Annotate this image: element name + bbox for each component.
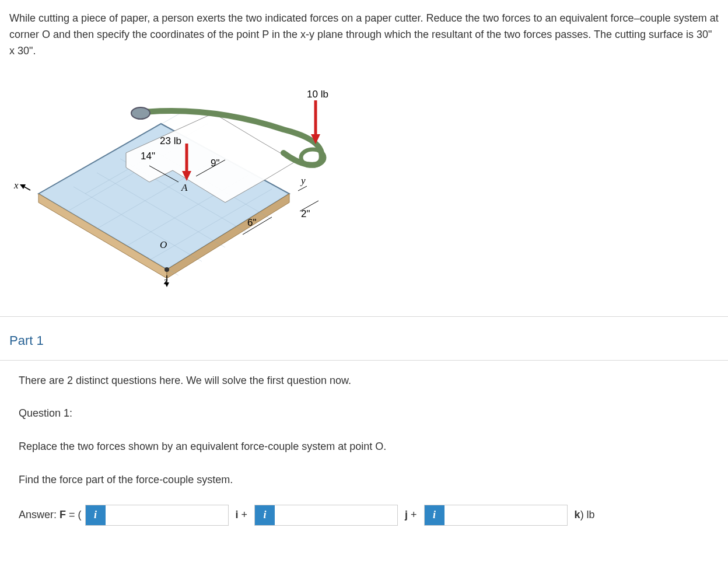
input-group-k: i — [424, 505, 568, 526]
paper-cutter-figure: 10 lb 23 lb 14" 9" 6" 2" x y z A O — [9, 77, 348, 287]
part-1-intro: There are 2 distinct questions here. We … — [19, 372, 709, 389]
figure-area: 10 lb 23 lb 14" 9" 6" 2" x y z A O — [0, 65, 728, 305]
part-1-body: There are 2 distinct questions here. We … — [0, 360, 728, 543]
dim-2: 2" — [301, 208, 310, 220]
problem-statement: While cutting a piece of paper, a person… — [0, 0, 728, 65]
axis-x-label: x — [14, 180, 19, 191]
point-o-label: O — [160, 239, 167, 251]
force-label-10lb: 10 lb — [307, 89, 328, 100]
info-icon[interactable]: i — [255, 505, 275, 525]
svg-point-16 — [131, 107, 150, 119]
part-1-heading: Part 1 — [0, 317, 728, 360]
answer-row: Answer: F = ( i i + i j + i k) lb — [19, 505, 709, 526]
separator-j: j + — [401, 506, 421, 523]
dim-9: 9" — [211, 158, 220, 169]
force-j-input[interactable] — [275, 505, 397, 525]
point-a-label: A — [181, 182, 187, 194]
info-icon[interactable]: i — [86, 505, 106, 525]
svg-point-17 — [164, 267, 169, 272]
input-group-j: i — [254, 505, 398, 526]
separator-i: i + — [232, 506, 251, 523]
axis-z-label: z — [164, 275, 168, 287]
figure-svg — [9, 77, 348, 287]
dim-6: 6" — [247, 217, 257, 229]
force-i-input[interactable] — [106, 505, 228, 525]
svg-line-22 — [298, 186, 307, 191]
input-group-i: i — [85, 505, 229, 526]
axis-y-label: y — [301, 175, 306, 187]
dim-14: 14" — [141, 151, 155, 162]
question-1-text: Replace the two forces shown by an equiv… — [19, 438, 709, 455]
question-1-label: Question 1: — [19, 405, 709, 422]
info-icon[interactable]: i — [425, 505, 444, 525]
force-label-23lb: 23 lb — [160, 135, 181, 147]
problem-text: While cutting a piece of paper, a person… — [9, 12, 719, 57]
answer-prefix: Answer: F = ( — [19, 506, 82, 523]
force-k-input[interactable] — [444, 505, 567, 525]
question-1-subtext: Find the force part of the force-couple … — [19, 471, 709, 488]
answer-suffix: k) lb — [571, 506, 598, 523]
